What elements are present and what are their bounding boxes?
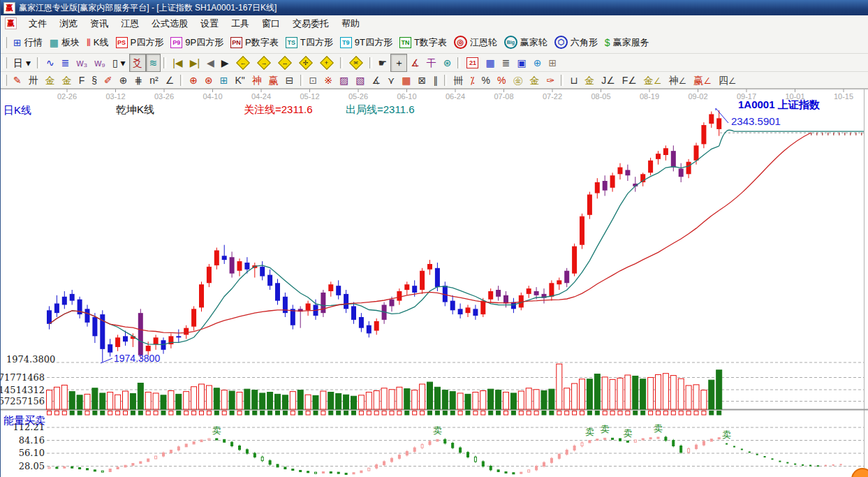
volume-bar [54,387,59,409]
kline-chart[interactable]: 02-2603-1203-2604-1004-2405-1205-2606-10… [1,0,868,477]
signal-square [671,411,675,416]
energy-projection-dash [749,451,751,453]
volume-bar [397,387,402,409]
candles[interactable] [47,110,721,362]
energy-bar [680,446,682,453]
volume-bar [633,376,638,409]
date-tick-label: 09-02 [688,92,707,101]
candle-body [534,291,539,295]
signal-square [374,411,378,416]
energy-projection-dash [779,461,781,462]
volume-bar [92,388,98,409]
signal-square [298,411,302,416]
candle-body [488,291,493,300]
energy-bar [48,467,50,469]
energy-bar [147,459,149,462]
signal-square [78,411,82,416]
symbol-label: 1A0001 上证指数 [738,98,820,112]
candle-body [336,286,341,295]
volume-bar [496,390,501,409]
signal-square [473,411,478,416]
volume-bar [366,392,372,409]
energy-bar [474,457,476,462]
signal-square [237,411,242,416]
energy-projection-dash [832,464,834,466]
signal-square [283,411,287,416]
date-tick-label: 04-24 [251,92,271,101]
volume-bar [267,392,273,409]
signal-square [367,411,371,416]
energy-bar [193,442,195,444]
candle-body [176,336,181,337]
energy-bar [124,465,126,467]
candle-body [610,175,615,188]
energy-bar [170,450,172,453]
volume-bars[interactable] [47,364,722,409]
candle-body [351,306,356,320]
signal-square [54,411,59,416]
energy-bar [634,440,636,442]
energy-bar [292,469,294,470]
sell-signal-label: 卖 [654,423,663,434]
energy-bar [337,472,339,474]
signal-square [329,411,333,416]
energy-bar [398,455,400,459]
candle-body [503,295,508,304]
signal-square [550,411,554,416]
indicator-axis: 112.2184.1656.1028.05 [13,422,45,471]
volume-bar [69,392,75,409]
energy-projection-dash [726,443,728,445]
signal-square [466,411,470,416]
energy-bar [604,438,606,439]
date-tick-label: 07-22 [543,92,562,101]
date-tick-label: 02-26 [57,92,77,101]
volume-bar [244,389,250,409]
indicator-axis-label: 28.05 [19,461,45,471]
signal-square [656,411,661,416]
volume-bar [549,389,554,409]
volume-bar [480,390,486,409]
signal-square [633,411,638,416]
volume-bar [701,390,707,409]
signal-square [489,411,493,416]
energy-indicator[interactable]: 卖卖卖卖卖卖卖 [48,423,842,474]
signal-square [511,411,515,416]
candle-body [359,317,364,328]
volume-bar [47,390,52,409]
energy-bar [459,448,462,453]
energy-bar [429,441,431,445]
energy-bar [284,467,286,469]
signal-square [580,411,584,416]
volume-bar [557,364,562,409]
volume-bar [693,385,699,409]
energy-bar [132,464,134,466]
candle-body [564,271,569,284]
signal-square [131,411,135,416]
signal-square [496,411,501,416]
signal-square [428,411,432,416]
signal-square [101,411,105,416]
signal-square [413,411,417,416]
signal-square [222,411,226,416]
volume-bar [541,390,547,409]
signal-square [527,411,531,416]
candle-body [62,297,67,305]
signal-square [443,411,447,416]
energy-bar [322,471,324,473]
volume-bar [237,392,242,409]
candle-body [663,148,668,155]
signal-square [290,411,295,416]
candle-body [146,346,151,351]
volume-bar [328,392,334,409]
signal-square [337,411,341,416]
energy-projection-dash [809,465,811,467]
signal-square [458,411,462,416]
candle-body [709,114,714,124]
candle-body [191,309,196,326]
candle-body [480,301,485,315]
candle-body [686,162,691,175]
energy-bar [231,442,233,446]
volume-bar [686,386,691,409]
energy-bar [383,462,385,465]
energy-bar [581,443,583,446]
